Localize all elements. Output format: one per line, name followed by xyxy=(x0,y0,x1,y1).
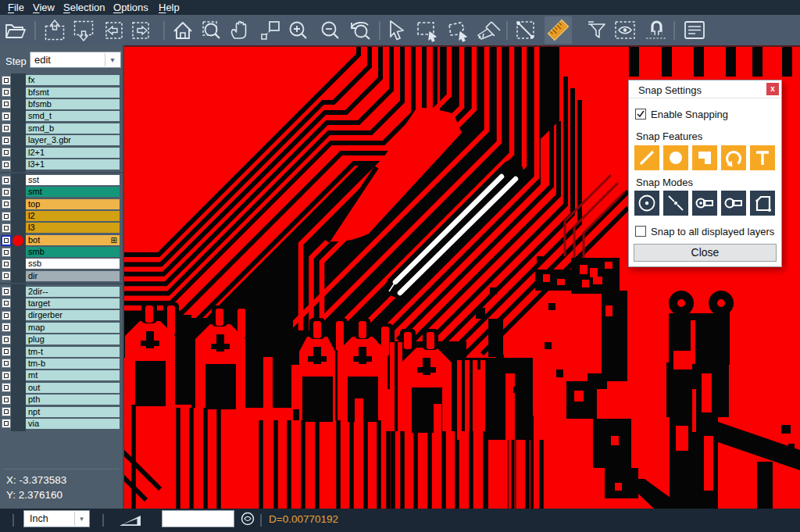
svg-text:D=0.00770192: D=0.00770192 xyxy=(269,513,338,525)
